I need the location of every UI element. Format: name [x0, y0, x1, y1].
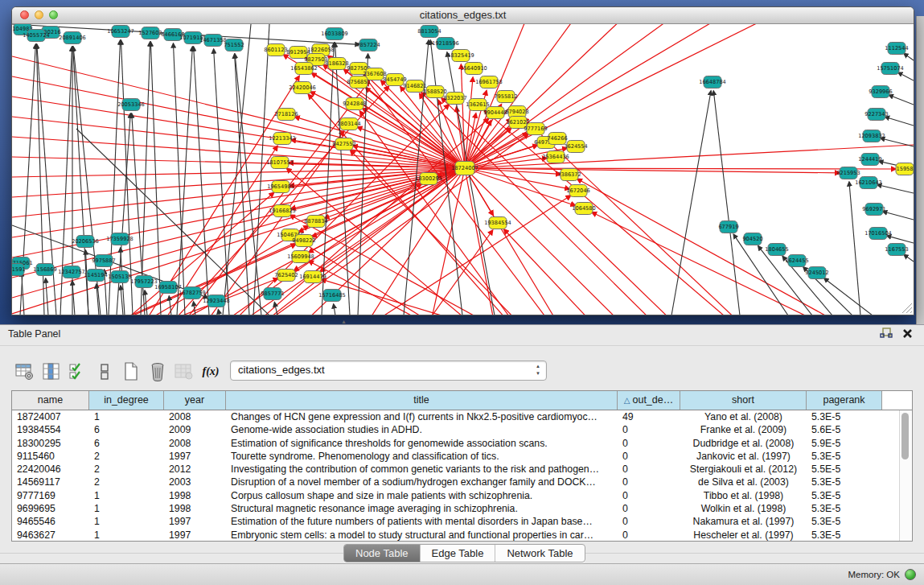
graph-node[interactable]: 9498222 — [292, 235, 315, 247]
graph-node[interactable]: 1804655 — [765, 244, 788, 256]
window-titlebar[interactable]: citations_edges.txt — [12, 7, 914, 24]
table-row[interactable]: 2242004622012Investigating the contribut… — [12, 463, 912, 476]
select-columns-button[interactable] — [39, 360, 64, 383]
graph-node[interactable]: 8601123 — [264, 44, 287, 56]
graph-node[interactable]: 904520 — [742, 233, 762, 245]
graph-node[interactable]: 9329966 — [869, 86, 892, 98]
graph-node[interactable]: 12093832 — [858, 130, 885, 142]
table-row[interactable]: 946362711997Embryonic stem cells: a mode… — [12, 529, 912, 542]
graph-node[interactable]: 16210643 — [855, 177, 882, 189]
graph-node[interactable]: 1527602 — [138, 27, 162, 39]
table-row[interactable]: 946554611997Estimation of the future num… — [12, 515, 912, 528]
table-row[interactable]: 1830029562008Estimation of significance … — [12, 437, 912, 450]
graph-node[interactable]: 18325419 — [447, 50, 474, 62]
new-table-button[interactable] — [119, 360, 143, 383]
table-row[interactable]: 1938455462009Genome-wide association stu… — [12, 423, 912, 436]
graph-node[interactable]: 15751074 — [877, 63, 904, 75]
graph-node[interactable]: 7386372 — [557, 169, 581, 181]
graph-node[interactable]: 2718126 — [274, 109, 298, 121]
graph-node[interactable]: 8427552 — [332, 138, 355, 150]
graph-node[interactable]: 19654985 — [267, 181, 294, 193]
graph-node[interactable]: 8322037 — [443, 93, 466, 105]
graph-node[interactable]: 1145194 — [84, 270, 107, 282]
graph-node[interactable]: 15958 — [896, 163, 914, 175]
table-row[interactable]: 977716911998Corpus callosum shape and si… — [12, 489, 912, 502]
graph-node[interactable]: 1672046 — [566, 185, 589, 197]
table-row[interactable]: 911546021997Tourette syndrome. Phenomeno… — [12, 450, 912, 463]
column-header-name[interactable]: name — [12, 391, 89, 410]
graph-node[interactable]: 9692971 — [862, 204, 885, 216]
graph-node[interactable]: 8813054 — [417, 26, 441, 38]
network-view-window[interactable]: citations_edges.txt 86011238912954182260… — [11, 6, 914, 315]
table-scrollbar[interactable] — [899, 410, 911, 542]
graph-node[interactable]: 18107553 — [266, 157, 294, 169]
column-header-short[interactable]: short — [680, 391, 807, 410]
graph-node[interactable]: 19218596 — [432, 38, 459, 50]
graph-node[interactable]: 9857771 — [261, 288, 284, 300]
splitter-handle-icon[interactable]: ▲ — [341, 319, 347, 324]
column-header-outde[interactable]: △out_de… — [618, 391, 680, 410]
network-canvas[interactable]: 8601123891295418226058982750316543862818… — [12, 24, 914, 315]
graph-node[interactable]: 15640910 — [460, 63, 487, 75]
svg-text:9498222: 9498222 — [292, 237, 315, 244]
graph-node[interactable]: 8215953 — [836, 167, 860, 179]
select-rows-button[interactable] — [66, 360, 90, 383]
graph-node[interactable]: 1244419 — [858, 154, 881, 166]
graph-node[interactable]: 20206536 — [72, 236, 99, 248]
graph-node[interactable]: 16914479 — [299, 271, 326, 283]
graph-node[interactable]: 17016504 — [864, 228, 892, 240]
function-builder-button[interactable]: f(x) — [199, 360, 223, 383]
graph-node[interactable]: 9242848 — [343, 98, 366, 110]
graph-node[interactable]: 751552 — [224, 39, 244, 51]
graph-node[interactable]: 16033809 — [321, 28, 348, 40]
graph-node[interactable]: 1624455 — [785, 255, 808, 267]
graph-node[interactable]: 8186328 — [325, 58, 348, 70]
graph-node[interactable]: 677919 — [718, 221, 738, 233]
graph-node[interactable]: 391591 — [12, 264, 26, 276]
graph-node[interactable]: 20053346 — [117, 99, 145, 111]
graph-node[interactable]: 3624554 — [564, 141, 587, 153]
memory-ok-indicator[interactable] — [905, 569, 916, 580]
graph-node[interactable]: 8878834 — [304, 216, 327, 228]
graph-node[interactable]: 1112544 — [885, 43, 908, 55]
graph-node[interactable]: 7955812 — [494, 91, 517, 103]
table-settings-button[interactable] — [13, 360, 37, 383]
graph-node[interactable]: 9227343 — [864, 109, 888, 121]
window-resize-grip[interactable] — [901, 303, 913, 314]
graph-node[interactable]: 1156869 — [33, 264, 56, 276]
graph-node[interactable]: 19384554 — [484, 217, 511, 229]
graph-node[interactable]: 9777169 — [524, 123, 547, 135]
close-panel-icon[interactable] — [902, 328, 913, 339]
table-row[interactable]: 969969511998Structural magnetic resonanc… — [12, 502, 912, 515]
graph-node[interactable]: 1167553 — [885, 244, 908, 256]
graph-node[interactable]: 8756851 — [347, 76, 370, 89]
tab-edge-table[interactable]: Edge Table — [421, 545, 496, 562]
graph-node[interactable]: 9245012 — [805, 267, 828, 279]
tab-network-table[interactable]: Network Table — [495, 545, 584, 562]
graph-node[interactable]: 16648784 — [699, 76, 726, 89]
graph-node[interactable]: 9975887 — [92, 255, 115, 267]
graph-node[interactable]: 7857224 — [356, 39, 380, 51]
column-header-indegree[interactable]: in_degree — [89, 391, 164, 410]
column-header-title[interactable]: title — [226, 391, 618, 410]
node-attribute-table[interactable]: namein_degreeyeartitle△out_de…shortpager… — [11, 390, 913, 542]
delete-table-button[interactable] — [146, 360, 170, 383]
graph-node[interactable]: 12213343 — [269, 133, 296, 145]
scrollbar-thumb[interactable] — [901, 413, 909, 459]
float-panel-icon[interactable] — [880, 328, 893, 340]
graph-node[interactable]: 1064580 — [572, 203, 595, 215]
column-header-pagerank[interactable]: pagerank — [807, 391, 882, 410]
column-header-year[interactable]: year — [164, 391, 226, 410]
graph-node[interactable]: 7625402 — [274, 270, 298, 282]
table-row[interactable]: 1872400712008Changes of HCN gene express… — [12, 410, 912, 423]
graph-node[interactable]: 1505135 — [108, 271, 131, 283]
tab-node-table[interactable]: Node Table — [344, 545, 421, 562]
table-row[interactable]: 1456911722003Disruption of a novel membe… — [12, 476, 912, 488]
graph-hub-node[interactable]: 18724007 — [451, 162, 478, 175]
graph-node[interactable]: 9904448 — [483, 107, 507, 119]
row-height-button[interactable] — [92, 360, 117, 383]
graph-node[interactable]: 2803144 — [337, 118, 360, 130]
graph-node[interactable]: 10653247 — [107, 26, 134, 38]
graph-node[interactable]: 20891406 — [59, 32, 86, 44]
table-selector-dropdown[interactable]: citations_edges.txt ▲▼ — [230, 360, 547, 381]
